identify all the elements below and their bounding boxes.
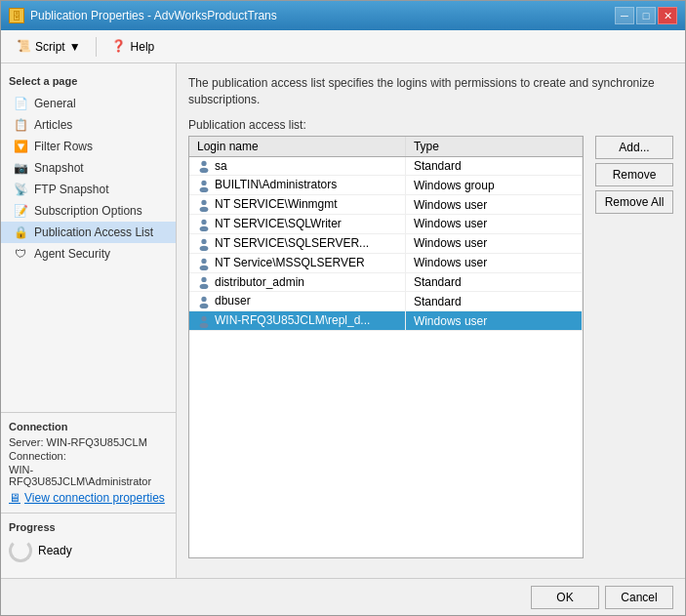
agent-security-icon: 🛡 bbox=[13, 246, 28, 262]
progress-title: Progress bbox=[9, 521, 168, 533]
table-row[interactable]: sa Standard bbox=[189, 156, 583, 176]
table-row[interactable]: WIN-RFQ3U85JCLM\repl_d... Windows user bbox=[189, 311, 583, 331]
progress-status: Ready bbox=[38, 544, 72, 557]
articles-icon: 📋 bbox=[13, 117, 28, 133]
sidebar-header: Select a page bbox=[1, 71, 176, 93]
script-label: Script bbox=[35, 40, 65, 54]
login-name-cell: NT Service\MSSQLSERVER bbox=[189, 253, 405, 272]
footer: OK Cancel bbox=[1, 578, 685, 615]
col-type: Type bbox=[405, 137, 582, 157]
sidebar-item-articles[interactable]: 📋 Articles bbox=[1, 114, 176, 136]
connection-server: Server: WIN-RFQ3U85JCLM bbox=[9, 436, 168, 448]
login-name-cell: NT SERVICE\Winmgmt bbox=[189, 195, 405, 215]
svg-point-8 bbox=[201, 238, 206, 243]
svg-point-10 bbox=[201, 258, 206, 263]
script-dropdown-icon: ▼ bbox=[69, 40, 81, 54]
type-cell: Windows user bbox=[405, 253, 582, 272]
type-cell: Standard bbox=[405, 292, 582, 311]
remove-button[interactable]: Remove bbox=[595, 163, 673, 186]
subscription-options-icon: 📝 bbox=[13, 203, 28, 219]
sidebar-item-label-filter-rows: Filter Rows bbox=[34, 140, 93, 153]
table-row[interactable]: NT SERVICE\SQLSERVER... Windows user bbox=[189, 233, 583, 253]
help-icon: ❓ bbox=[111, 39, 127, 55]
svg-point-3 bbox=[200, 187, 209, 192]
connection-section: Connection Server: WIN-RFQ3U85JCLM Conne… bbox=[1, 412, 176, 513]
close-button[interactable]: ✕ bbox=[658, 7, 677, 24]
type-cell: Windows user bbox=[405, 233, 582, 253]
type-cell: Windows user bbox=[405, 215, 582, 234]
login-name-cell: distributor_admin bbox=[189, 272, 405, 292]
sidebar-item-filter-rows[interactable]: 🔽 Filter Rows bbox=[1, 136, 176, 157]
publication-access-table[interactable]: Login name Type sa Standard bbox=[188, 136, 584, 558]
view-connection-link[interactable]: 🖥 View connection properties bbox=[9, 491, 168, 505]
connection-label: Connection: bbox=[9, 450, 168, 462]
publication-access-list-icon: 🔒 bbox=[13, 225, 28, 240]
sidebar-item-label-subscription-options: Subscription Options bbox=[34, 204, 142, 218]
svg-point-7 bbox=[200, 226, 209, 231]
sidebar-item-label-agent-security: Agent Security bbox=[34, 247, 110, 261]
table-row[interactable]: NT SERVICE\Winmgmt Windows user bbox=[189, 195, 583, 215]
svg-point-16 bbox=[201, 316, 206, 321]
window-icon: 🗄 bbox=[9, 8, 24, 23]
svg-point-1 bbox=[200, 168, 209, 173]
remove-all-button[interactable]: Remove All bbox=[595, 190, 673, 214]
connection-link-icon: 🖥 bbox=[9, 491, 20, 505]
maximize-button[interactable]: □ bbox=[636, 7, 656, 24]
table-row[interactable]: dbuser Standard bbox=[189, 292, 583, 311]
svg-point-17 bbox=[200, 323, 209, 328]
svg-point-13 bbox=[200, 284, 209, 289]
window-title: Publication Properties - AdvWorksProduct… bbox=[30, 9, 277, 22]
title-bar-left: 🗄 Publication Properties - AdvWorksProdu… bbox=[9, 8, 277, 23]
connection-value: WIN-RFQ3U85JCLM\Administrator bbox=[9, 464, 168, 487]
svg-point-6 bbox=[201, 220, 206, 225]
sidebar-item-snapshot[interactable]: 📷 Snapshot bbox=[1, 157, 176, 179]
login-name-cell: dbuser bbox=[189, 292, 405, 311]
sidebar-item-label-articles: Articles bbox=[34, 118, 72, 132]
snapshot-icon: 📷 bbox=[13, 160, 28, 176]
help-button[interactable]: ❓ Help bbox=[104, 34, 162, 60]
ftp-snapshot-icon: 📡 bbox=[13, 182, 28, 197]
sidebar-item-label-snapshot: Snapshot bbox=[34, 161, 84, 175]
table-row[interactable]: distributor_admin Standard bbox=[189, 272, 583, 292]
main-area: Select a page 📄 General 📋 Articles 🔽 Fil… bbox=[1, 63, 685, 578]
type-cell: Windows group bbox=[405, 176, 582, 195]
progress-ready: Ready bbox=[9, 539, 168, 562]
button-section: Add... Remove Remove All bbox=[595, 136, 673, 566]
toolbar-separator bbox=[96, 37, 97, 57]
svg-point-0 bbox=[201, 161, 206, 166]
sidebar-item-general[interactable]: 📄 General bbox=[1, 93, 176, 114]
type-cell: Standard bbox=[405, 272, 582, 292]
content-area: The publication access list specifies th… bbox=[177, 63, 685, 578]
login-name-cell: sa bbox=[189, 156, 405, 176]
content-description: The publication access list specifies th… bbox=[188, 75, 673, 108]
table-row[interactable]: NT SERVICE\SQLWriter Windows user bbox=[189, 215, 583, 234]
connection-link-text: View connection properties bbox=[24, 491, 165, 505]
svg-point-11 bbox=[200, 265, 209, 269]
svg-point-12 bbox=[201, 277, 206, 282]
title-controls: ─ □ ✕ bbox=[615, 7, 677, 24]
login-name-cell: NT SERVICE\SQLSERVER... bbox=[189, 233, 405, 253]
sidebar-item-ftp-snapshot[interactable]: 📡 FTP Snapshot bbox=[1, 179, 176, 200]
main-window: 🗄 Publication Properties - AdvWorksProdu… bbox=[0, 0, 686, 616]
sidebar-item-publication-access-list[interactable]: 🔒 Publication Access List bbox=[1, 222, 176, 243]
sidebar-item-subscription-options[interactable]: 📝 Subscription Options bbox=[1, 200, 176, 222]
sidebar-item-label-general: General bbox=[34, 97, 76, 110]
content-list-label: Publication access list: bbox=[188, 118, 673, 132]
table-row[interactable]: NT Service\MSSQLSERVER Windows user bbox=[189, 253, 583, 272]
ok-button[interactable]: OK bbox=[531, 586, 599, 609]
progress-spinner bbox=[9, 539, 32, 562]
table-section: Login name Type sa Standard bbox=[188, 136, 584, 566]
content-with-buttons: Login name Type sa Standard bbox=[188, 136, 673, 566]
progress-section: Progress Ready bbox=[1, 513, 176, 570]
script-button[interactable]: 📜 Script ▼ bbox=[9, 34, 88, 60]
svg-point-4 bbox=[201, 200, 206, 205]
sidebar-item-agent-security[interactable]: 🛡 Agent Security bbox=[1, 243, 176, 265]
add-button[interactable]: Add... bbox=[595, 136, 673, 159]
minimize-button[interactable]: ─ bbox=[615, 7, 634, 24]
filter-rows-icon: 🔽 bbox=[13, 139, 28, 154]
login-name-cell: WIN-RFQ3U85JCLM\repl_d... bbox=[189, 311, 405, 331]
svg-point-5 bbox=[200, 207, 209, 212]
cancel-button[interactable]: Cancel bbox=[605, 586, 673, 609]
table-row[interactable]: BUILTIN\Administrators Windows group bbox=[189, 176, 583, 195]
type-cell: Standard bbox=[405, 156, 582, 176]
